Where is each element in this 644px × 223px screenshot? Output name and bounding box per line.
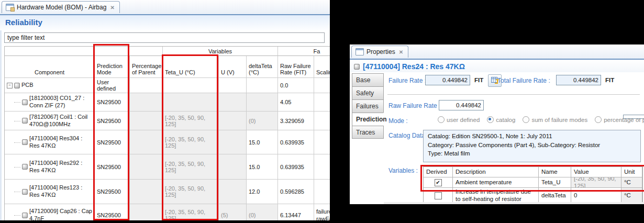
cell-raw[interactable]: 3.329059 — [278, 112, 314, 130]
cell-prediction[interactable]: SN29500 — [95, 112, 130, 130]
cell-delta_teta[interactable]: 12.0 — [247, 180, 278, 204]
column-header-1[interactable]: Prediction Mode — [95, 56, 130, 78]
radio-button-icon[interactable] — [487, 116, 494, 123]
table-row[interactable]: −PCBUser defined0.0 — [5, 78, 330, 93]
close-icon[interactable]: ✕ — [399, 49, 403, 55]
tab-failures[interactable]: Failures — [352, 99, 384, 113]
cell-delta_teta[interactable] — [247, 78, 278, 93]
column-header-2[interactable]: Percentage of Parent — [130, 56, 163, 78]
editor-tab-hardware-model[interactable]: Hardware Model (BOM) - Airbag ✕ — [2, 1, 120, 13]
table-row[interactable]: [47110004] Res304 : Res 47KΩSN29500[-20,… — [5, 130, 330, 154]
table-row[interactable]: [47110004] Res292 : Res 47KΩSN29500[-20,… — [5, 154, 330, 180]
filter-input[interactable] — [4, 32, 325, 43]
cell-percentage[interactable] — [130, 78, 163, 93]
tab-base[interactable]: Base — [352, 73, 384, 86]
component-cell[interactable]: [47110004] Res292 : Res 47KΩ — [5, 154, 95, 180]
cell-raw[interactable]: 0.639935 — [278, 130, 314, 154]
tab-safety[interactable]: Safety — [352, 86, 384, 99]
cell-scaling[interactable] — [314, 180, 330, 204]
column-header-0[interactable]: Component — [5, 56, 95, 78]
variables-column-header-1[interactable]: Description — [453, 167, 539, 177]
cell-u[interactable] — [219, 112, 247, 130]
column-header-4[interactable]: U (V) — [219, 56, 247, 78]
column-header-7[interactable]: Scaling — [314, 56, 330, 78]
expand-toggle-icon[interactable]: − — [7, 83, 13, 88]
derived-cell[interactable] — [424, 188, 453, 204]
cell-raw[interactable]: 0.0 — [278, 78, 314, 93]
component-cell[interactable]: [18120003] CO1_27 : Conn ZIF (27) — [5, 93, 95, 112]
variable-row[interactable]: Increase in temperature due to self-heat… — [424, 188, 642, 204]
cell-teta_u[interactable]: [-20, 35, 50, 90, 125] — [163, 204, 219, 220]
variables-column-header-2[interactable]: Name — [539, 167, 571, 177]
tab-traces[interactable]: Traces — [352, 126, 384, 139]
percentage-of-parent-field[interactable] — [623, 115, 644, 119]
cell-teta_u[interactable]: [-20, 35, 50, 90, 125] — [163, 130, 219, 154]
component-cell[interactable]: [47110004] Res304 : Res 47KΩ — [5, 130, 95, 154]
cell-teta_u[interactable] — [163, 93, 219, 112]
cell-delta_teta[interactable]: (0) — [247, 204, 278, 220]
cell-scaling[interactable] — [314, 93, 330, 112]
raw-failure-rate-field[interactable]: 0.449842 — [439, 100, 484, 110]
cell-raw[interactable]: 0.596285 — [278, 180, 314, 204]
component-cell[interactable]: −PCB — [5, 78, 95, 93]
cell-percentage[interactable] — [130, 154, 163, 180]
cell-u[interactable] — [219, 154, 247, 180]
cell-teta_u[interactable] — [163, 78, 219, 93]
column-header-6[interactable]: Raw Failure Rate (FIT) — [278, 56, 314, 78]
close-icon[interactable]: ✕ — [110, 5, 114, 10]
checkbox-unchecked-icon[interactable] — [435, 192, 442, 199]
cell-raw[interactable]: 6.13447 — [278, 204, 314, 220]
cell-scaling[interactable] — [314, 154, 330, 180]
variables-column-header-4[interactable]: Unit — [621, 167, 642, 177]
unit-cell[interactable]: °C — [621, 188, 642, 204]
name-cell[interactable]: deltaTeta — [539, 188, 571, 204]
cell-scaling[interactable] — [314, 78, 330, 93]
cell-percentage[interactable] — [130, 112, 163, 130]
cell-delta_teta[interactable] — [247, 93, 278, 112]
failure-rate-field[interactable]: 0.449842 — [425, 75, 470, 85]
cell-prediction[interactable]: SN29500 — [95, 130, 130, 154]
value-cell[interactable]: [-20, 35, 50, 90, 125] — [571, 177, 621, 188]
cell-delta_teta[interactable]: 15.0 — [247, 154, 278, 180]
column-header-3[interactable]: Teta_U (°C) — [163, 56, 219, 78]
radio-button-icon[interactable] — [595, 116, 602, 123]
component-cell[interactable]: [47120009] Cap26 : Cap 4.7nF — [5, 204, 95, 220]
component-cell[interactable]: [78120067] Coil1 : Coil 470Ω@100MHz — [5, 112, 95, 130]
cell-scaling[interactable] — [314, 130, 330, 154]
radio-user-defined[interactable]: user defined — [438, 116, 480, 123]
cell-teta_u[interactable]: [-20, 35, 50, 90, 125] — [163, 154, 219, 180]
table-row[interactable]: [18120003] CO1_27 : Conn ZIF (27)SN29500… — [5, 93, 330, 112]
properties-tab[interactable]: Properties ✕ — [351, 46, 408, 58]
cell-prediction[interactable]: User defined — [95, 78, 130, 93]
cell-scaling[interactable] — [314, 112, 330, 130]
radio-button-icon[interactable] — [438, 116, 445, 123]
cell-u[interactable]: (5) — [219, 204, 247, 220]
cell-raw[interactable]: 4.05 — [278, 93, 314, 112]
radio-button-icon[interactable] — [523, 116, 529, 123]
cell-u[interactable] — [219, 130, 247, 154]
checkbox-checked-icon[interactable]: ✔ — [435, 179, 442, 186]
cell-percentage[interactable] — [130, 130, 163, 154]
cell-prediction[interactable]: SN29500 — [95, 93, 130, 112]
description-cell[interactable]: Increase in temperature due to self-heat… — [453, 188, 539, 204]
component-cell[interactable]: [47110004] Res123 : Res 47KΩ — [5, 180, 95, 204]
description-cell[interactable]: Ambient temperature — [453, 177, 539, 188]
table-row[interactable]: [78120067] Coil1 : Coil 470Ω@100MHzSN295… — [5, 112, 330, 130]
cell-scaling[interactable]: failureRrawFail — [314, 204, 330, 220]
radio-sum-of-failure-modes[interactable]: sum of failure modes — [523, 116, 587, 123]
cell-prediction[interactable]: SN29500 — [95, 180, 130, 204]
total-failure-rate-field[interactable]: 0.449842 — [556, 75, 601, 85]
column-header-5[interactable]: deltaTeta (°C) — [247, 56, 278, 78]
cell-raw[interactable]: 0.639935 — [278, 154, 314, 180]
radio-catalog[interactable]: catalog — [487, 116, 515, 123]
cell-percentage[interactable] — [130, 93, 163, 112]
cell-u[interactable] — [219, 180, 247, 204]
name-cell[interactable]: Teta_U — [539, 177, 571, 188]
unit-cell[interactable]: °C — [621, 177, 642, 188]
variable-row[interactable]: ✔Ambient temperatureTeta_U[-20, 35, 50, … — [424, 177, 642, 188]
table-row[interactable]: [47120009] Cap26 : Cap 4.7nFSN29500[-20,… — [5, 204, 330, 220]
cell-percentage[interactable] — [130, 180, 163, 204]
cell-percentage[interactable] — [130, 204, 163, 220]
cell-teta_u[interactable]: [-20, 35, 50, 90, 125] — [163, 180, 219, 204]
cell-delta_teta[interactable]: 15.0 — [247, 130, 278, 154]
